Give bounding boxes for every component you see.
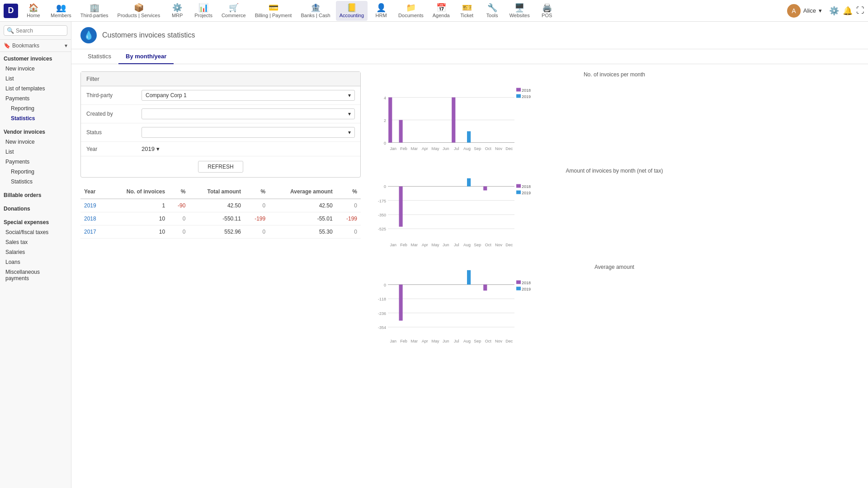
cell-pct1: -90 <box>169 199 189 212</box>
svg-text:Jun: Jun <box>443 243 449 247</box>
nav-documents[interactable]: 📁 Documents <box>395 1 427 21</box>
top-navigation: D 🏠 Home 👥 Members 🏢 Third-parties 📦 Pro… <box>0 0 868 22</box>
created-by-input[interactable]: ▾ <box>142 108 355 119</box>
user-menu[interactable]: A Alice ▾ <box>783 2 826 19</box>
svg-text:Jan: Jan <box>390 146 396 151</box>
documents-icon: 📁 <box>406 4 416 12</box>
cell-num: 10 <box>107 225 169 239</box>
nav-hrm-label: HRM <box>376 13 387 18</box>
col-avg: Average amount <box>269 185 336 199</box>
sidebar-item-social-taxes[interactable]: Social/fiscal taxes <box>4 227 67 237</box>
customer-invoices-title: Customer invoices <box>4 56 67 62</box>
cell-total: 42.50 <box>189 199 245 212</box>
cell-avg: -55.01 <box>269 212 336 225</box>
nav-home[interactable]: 🏠 Home <box>22 1 45 21</box>
nav-commerce[interactable]: 🛒 Commerce <box>218 1 250 21</box>
avatar: A <box>787 4 801 18</box>
sidebar-item-loans[interactable]: Loans <box>4 257 67 267</box>
nav-billing-payment[interactable]: 💳 Billing | Payment <box>251 1 296 21</box>
svg-text:2: 2 <box>384 118 386 123</box>
mrp-icon: ⚙️ <box>172 4 182 12</box>
svg-text:Dec: Dec <box>505 146 513 151</box>
table-row: 2019 1 -90 42.50 0 42.50 0 <box>80 199 361 212</box>
nav-members-label: Members <box>51 13 71 18</box>
cell-avg: 55.30 <box>269 225 336 239</box>
sidebar-item-sales-tax[interactable]: Sales tax <box>4 237 67 247</box>
sidebar-item-list-templates[interactable]: List of templates <box>4 84 67 94</box>
chart1-title: No. of invoices per month <box>370 71 859 78</box>
cell-year[interactable]: 2019 <box>80 199 107 212</box>
nav-mrp[interactable]: ⚙️ MRP <box>165 1 189 21</box>
nav-third-parties[interactable]: 🏢 Third-parties <box>77 1 112 21</box>
tab-statistics[interactable]: Statistics <box>80 49 118 64</box>
chart3-title: Average amount <box>370 264 859 270</box>
app-logo[interactable]: D <box>4 4 18 18</box>
svg-text:-175: -175 <box>378 199 386 203</box>
sidebar-item-vendor-list[interactable]: List <box>4 147 67 157</box>
sidebar-item-salaries[interactable]: Salaries <box>4 247 67 257</box>
nav-banks-cash[interactable]: 🏦 Banks | Cash <box>297 1 334 21</box>
table-header-row: Year No. of invoices % Total amount % Av… <box>80 185 361 199</box>
sidebar-section-customer-invoices: Customer invoices New invoice List List … <box>0 52 71 125</box>
sidebar-item-reporting[interactable]: Reporting <box>4 103 67 113</box>
svg-text:0: 0 <box>384 283 386 287</box>
sidebar-item-vendor-statistics[interactable]: Statistics <box>4 177 67 187</box>
nav-members[interactable]: 👥 Members <box>47 1 75 21</box>
search-input[interactable] <box>16 28 64 34</box>
fullscreen-icon[interactable]: ⛶ <box>856 6 864 15</box>
nav-accounting[interactable]: 📒 Accounting <box>336 1 368 21</box>
chart1-wrapper: 024JanFebMarAprMayJunJulAugSepOctNovDec2… <box>370 80 859 159</box>
nav-ticket[interactable]: 🎫 Ticket <box>455 1 479 21</box>
bookmarks-toggle[interactable]: 🔖 Bookmarks ▾ <box>0 40 71 52</box>
sidebar-item-vendor-new-invoice[interactable]: New invoice <box>4 137 67 147</box>
svg-text:Mar: Mar <box>411 146 418 151</box>
cell-pct3: 0 <box>336 225 361 239</box>
svg-text:2019: 2019 <box>522 94 531 99</box>
cell-year[interactable]: 2017 <box>80 225 107 239</box>
cell-avg: 42.50 <box>269 199 336 212</box>
nav-websites[interactable]: 🖥️ Websites <box>506 1 533 21</box>
table-row: 2017 10 0 552.96 0 55.30 0 <box>80 225 361 239</box>
nav-projects[interactable]: 📊 Projects <box>191 1 216 21</box>
refresh-button[interactable]: REFRESH <box>198 161 243 173</box>
svg-rect-17 <box>467 131 471 143</box>
filter-label-third-party: Third-party <box>86 92 136 99</box>
svg-text:May: May <box>431 243 439 247</box>
svg-text:-354: -354 <box>378 325 386 330</box>
sidebar-section-donations: Donations <box>0 202 71 216</box>
nav-agenda[interactable]: 📅 Agenda <box>429 1 453 21</box>
sidebar-item-new-invoice[interactable]: New invoice <box>4 64 67 74</box>
filter-section: Filter Third-party Company Corp 1 ▾ Crea… <box>80 71 361 178</box>
sidebar-item-list[interactable]: List <box>4 74 67 84</box>
vendor-invoices-title: Vendor invoices <box>4 129 67 135</box>
filter-control-created-by: ▾ <box>142 108 355 119</box>
notifications-icon[interactable]: 🔔 <box>843 6 853 16</box>
nav-tools[interactable]: 🔧 Tools <box>481 1 504 21</box>
nav-pos[interactable]: 🖨️ POS <box>535 1 559 21</box>
sidebar-item-vendor-reporting[interactable]: Reporting <box>4 167 67 177</box>
nav-pos-label: POS <box>542 13 552 18</box>
search-box[interactable]: 🔍 <box>4 25 67 36</box>
svg-text:Nov: Nov <box>495 339 503 343</box>
svg-rect-65 <box>399 285 403 321</box>
settings-icon[interactable]: ⚙️ <box>829 6 839 16</box>
svg-rect-25 <box>516 94 521 98</box>
tab-by-month-year[interactable]: By month/year <box>118 49 174 64</box>
filter-header: Filter <box>81 72 360 86</box>
bookmarks-chevron-icon: ▾ <box>65 42 67 49</box>
nav-products-services[interactable]: 📦 Products | Services <box>114 1 164 21</box>
svg-rect-81 <box>516 287 521 291</box>
nav-hrm[interactable]: 👤 HRM <box>369 1 393 21</box>
svg-text:-350: -350 <box>378 213 386 217</box>
sidebar-item-misc-payments[interactable]: Miscellaneous payments <box>4 267 67 283</box>
nav-home-label: Home <box>27 13 40 18</box>
svg-rect-9 <box>399 120 403 143</box>
sidebar-item-statistics[interactable]: Statistics <box>4 113 67 123</box>
svg-text:-236: -236 <box>378 311 386 316</box>
third-party-input[interactable]: Company Corp 1 ▾ <box>142 90 355 101</box>
cell-year[interactable]: 2018 <box>80 212 107 225</box>
sidebar-item-payments[interactable]: Payments <box>4 94 67 103</box>
status-input[interactable]: ▾ <box>142 127 355 138</box>
svg-text:May: May <box>431 339 439 343</box>
sidebar-item-vendor-payments[interactable]: Payments <box>4 157 67 167</box>
